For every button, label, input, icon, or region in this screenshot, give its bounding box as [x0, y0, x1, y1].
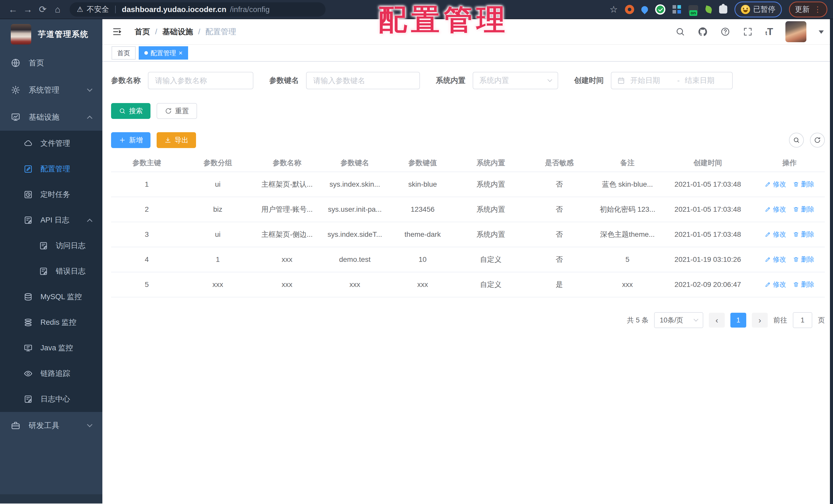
- cell: sys.index.skin...: [321, 180, 389, 188]
- edit-link[interactable]: 修改: [765, 255, 786, 264]
- stacked-discs-icon: [24, 318, 33, 327]
- refresh-table-button[interactable]: [810, 133, 825, 148]
- extensions-puzzle-icon[interactable]: [719, 5, 727, 14]
- delete-link[interactable]: 删除: [793, 280, 814, 289]
- sidebar-item-config-manage[interactable]: 配置管理: [0, 156, 102, 182]
- not-secure-warning-icon: ⚠: [77, 5, 83, 14]
- extension-orange-icon[interactable]: [625, 5, 634, 14]
- system-type-select[interactable]: 系统内置: [473, 72, 558, 89]
- bookmark-star-icon[interactable]: ☆: [610, 4, 618, 15]
- page-1-button[interactable]: 1: [730, 313, 746, 328]
- globe-icon: [11, 58, 21, 68]
- sidebar-item-access-log[interactable]: 访问日志: [0, 233, 102, 258]
- cell: xxx: [183, 280, 253, 289]
- cell: 主框架页-默认...: [253, 179, 321, 189]
- export-button[interactable]: 导出: [157, 132, 196, 148]
- browser-update-button[interactable]: 更新 ⋮: [789, 2, 827, 17]
- sidebar-item-java-monitor[interactable]: Java 监控: [0, 335, 102, 361]
- sidebar-item-infra[interactable]: 基础设施: [0, 104, 102, 131]
- extension-grid-icon[interactable]: [672, 5, 681, 14]
- browser-forward-icon[interactable]: →: [21, 0, 35, 19]
- delete-link[interactable]: 删除: [793, 255, 814, 264]
- monitor-icon: [24, 344, 33, 353]
- sidebar-item-label: API 日志: [41, 215, 80, 225]
- browser-reload-icon[interactable]: ⟳: [35, 0, 50, 19]
- cell: xxx: [389, 280, 456, 289]
- browser-menu-icon[interactable]: ⋮: [814, 5, 822, 14]
- date-range-picker[interactable]: 开始日期 - 结束日期: [611, 72, 733, 89]
- cell: 系统内置: [456, 230, 525, 240]
- delete-link[interactable]: 删除: [793, 230, 814, 239]
- address-bar[interactable]: ⚠ 不安全 dashboard.yudao.iocoder.cn/infra/c…: [70, 2, 326, 17]
- github-icon[interactable]: [698, 27, 708, 37]
- close-icon[interactable]: ×: [178, 50, 183, 56]
- chevron-down-icon: [87, 422, 92, 427]
- sidebar-item-trace[interactable]: 链路追踪: [0, 361, 102, 386]
- sidebar-item-label: 访问日志: [56, 241, 86, 251]
- delete-link[interactable]: 删除: [793, 180, 814, 189]
- pencil-icon: [765, 281, 771, 288]
- chevron-down-icon: [547, 77, 552, 82]
- delete-link[interactable]: 删除: [793, 205, 814, 214]
- next-page-button[interactable]: ›: [752, 313, 768, 328]
- sidebar-item-scheduled-jobs[interactable]: 定时任务: [0, 182, 102, 207]
- search-icon[interactable]: [675, 27, 685, 37]
- avatar[interactable]: [785, 21, 806, 42]
- update-label: 更新: [795, 4, 810, 15]
- breadcrumb-section[interactable]: 基础设施: [162, 27, 193, 37]
- prev-page-button[interactable]: ‹: [709, 313, 725, 328]
- pencil-icon: [765, 181, 771, 187]
- edit-link[interactable]: 修改: [765, 205, 786, 214]
- tags-view-bar: 首页 配置管理 ×: [102, 45, 833, 61]
- search-button[interactable]: 搜索: [111, 103, 150, 119]
- sidebar-item-redis-monitor[interactable]: Redis 监控: [0, 310, 102, 335]
- sidebar-item-mysql-monitor[interactable]: MySQL 监控: [0, 284, 102, 310]
- font-size-icon[interactable]: tT: [765, 27, 773, 36]
- filter-param-key: 参数键名: [269, 72, 420, 89]
- add-button[interactable]: 新增: [111, 132, 150, 148]
- goto-page-input[interactable]: [793, 312, 812, 328]
- tab-home[interactable]: 首页: [112, 46, 136, 59]
- sidebar-item-log-center[interactable]: 日志中心: [0, 386, 102, 412]
- sidebar-item-error-log[interactable]: 错误日志: [0, 258, 102, 284]
- font-size-large-glyph: T: [767, 26, 773, 37]
- help-icon[interactable]: [720, 27, 730, 37]
- sidebar-item-file-manage[interactable]: 文件管理: [0, 131, 102, 156]
- browser-back-icon[interactable]: ←: [6, 0, 21, 19]
- cell: ui: [183, 180, 253, 188]
- cell: 2021-02-09 20:06:47: [661, 280, 754, 289]
- page-scrollbar[interactable]: [830, 19, 833, 504]
- breadcrumb-home[interactable]: 首页: [135, 27, 150, 37]
- param-name-input[interactable]: [148, 72, 253, 89]
- sidebar-item-label: 错误日志: [56, 266, 86, 276]
- emoji-avatar-icon: [741, 5, 750, 14]
- extension-on-badge: on: [689, 10, 697, 16]
- sidebar-item-api-log[interactable]: API 日志: [0, 207, 102, 233]
- tab-config-manage[interactable]: 配置管理 ×: [139, 46, 188, 59]
- extension-leaf-icon[interactable]: [705, 5, 713, 14]
- profile-paused-badge[interactable]: 已暂停: [735, 2, 782, 17]
- sidebar-footer-strip: [0, 494, 102, 503]
- edit-link[interactable]: 修改: [765, 280, 786, 289]
- extension-pin-icon[interactable]: [640, 5, 649, 14]
- page-size-select[interactable]: 10条/页: [654, 312, 703, 328]
- param-key-input[interactable]: [306, 72, 420, 89]
- edit-link[interactable]: 修改: [765, 180, 786, 189]
- collapse-menu-icon[interactable]: [112, 27, 122, 37]
- app-logo[interactable]: 芋道管理系统: [0, 19, 102, 49]
- column-header: 参数键名: [321, 158, 389, 168]
- log-edit-icon: [39, 267, 48, 276]
- extension-check-icon[interactable]: [655, 4, 665, 15]
- toggle-search-button[interactable]: [789, 133, 804, 148]
- browser-home-icon[interactable]: ⌂: [50, 0, 65, 19]
- sidebar-item-system[interactable]: 系统管理: [0, 76, 102, 104]
- sidebar-menu: 首页 系统管理 基础设施 文件管理 配置管理: [0, 49, 102, 503]
- extension-switch-icon[interactable]: on: [688, 5, 698, 14]
- edit-link[interactable]: 修改: [765, 230, 786, 239]
- delete-label: 删除: [801, 230, 814, 239]
- sidebar-item-home[interactable]: 首页: [0, 49, 102, 76]
- sidebar-item-dev-tools[interactable]: 研发工具: [0, 412, 102, 439]
- fullscreen-icon[interactable]: [743, 27, 753, 37]
- avatar-caret-down-icon[interactable]: [819, 30, 824, 36]
- reset-button[interactable]: 重置: [157, 103, 197, 119]
